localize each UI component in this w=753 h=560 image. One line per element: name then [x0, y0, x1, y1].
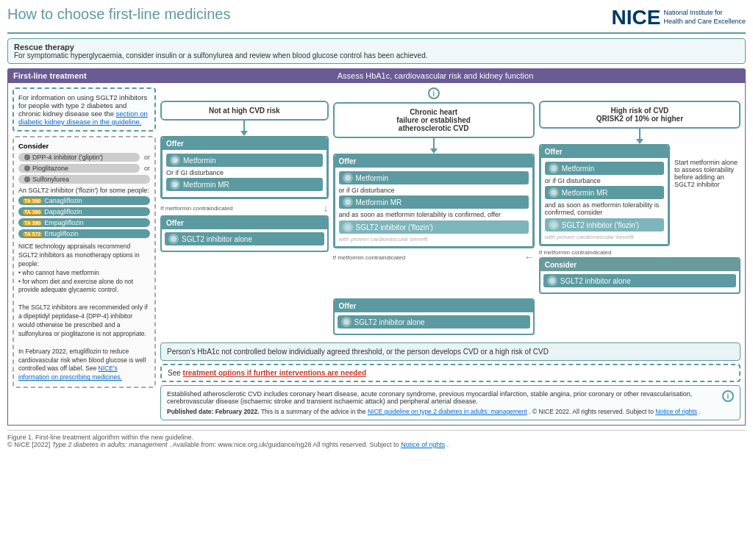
metformin-mr-icon-1: ↺ — [170, 179, 180, 190]
consider-box: Consider DPP-4 inhibitor ('gliptin') or … — [13, 136, 156, 388]
high-cvd-consider-box: Consider SGLT2 inhibitor alone — [539, 257, 740, 294]
high-cvd-arrow-down — [539, 129, 740, 144]
footer-italic: Type 2 diabetes in adults: management — [52, 441, 168, 448]
canagliflozin-pill: TA 390 Canagliflozin — [18, 196, 150, 205]
footer-copyright: © NICE [2022] — [7, 441, 52, 448]
svg-point-12 — [343, 319, 349, 325]
dapagliflozin-label: Dapagliflozin — [44, 208, 82, 215]
copyright-text: . © NICE 2022. All rights reserved. Subj… — [529, 408, 655, 415]
notice-link-footer[interactable]: Notice of rights — [401, 441, 445, 448]
dpp4-icon — [24, 154, 30, 160]
info-icon-bottom: i — [722, 390, 734, 402]
dapagliflozin-ta-badge: TA 390 — [23, 209, 42, 215]
high-cvd-metformin-mr-icon — [549, 187, 559, 198]
not-cvd-metformin-label: Metformin — [183, 157, 215, 165]
not-cvd-offer-body: ↺ Metformin Or if GI disturbance ↺ Metfo… — [162, 150, 327, 198]
chf-metformin-mr-label: Metformin MR — [356, 198, 402, 207]
not-cvd-metformin-row: ↺ Metformin — [166, 154, 323, 167]
svg-point-5 — [345, 175, 351, 181]
chf-and-text: and as soon as metformin tolerability is… — [339, 211, 529, 218]
sglt2-alone-row: Offer SGLT2 inhibitor alone — [160, 298, 740, 335]
high-cvd-box: High risk of CVD QRISK2 of 10% or higher — [539, 101, 740, 129]
chf-sglt2-alone-header: Offer — [335, 300, 533, 312]
rescue-title: Rescue therapy — [14, 43, 739, 51]
svg-point-9 — [551, 190, 557, 195]
sglt2-info-box: For information on using SGLT2 inhibitor… — [13, 87, 156, 132]
main-content: For information on using SGLT2 inhibitor… — [7, 83, 746, 426]
sulfonylurea-icon — [24, 176, 30, 182]
dapagliflozin-pill: TA 390 Dapagliflozin — [18, 207, 150, 216]
high-cvd-consider-header: Consider — [540, 259, 739, 271]
canagliflozin-label: Canagliflozin — [44, 197, 82, 204]
chf-sglt2-icon — [343, 222, 353, 232]
sulfonylurea-label: Sulfonylurea — [32, 176, 69, 183]
chf-sglt2-alone-drug-row: SGLT2 inhibitor alone — [338, 315, 530, 329]
chf-sglt2-alone-label: SGLT2 inhibitor alone — [354, 318, 425, 326]
canagliflozin-ta-badge: TA 390 — [23, 198, 42, 204]
chf-offer-body: Metformin or if GI disturbance Metformin… — [335, 168, 533, 247]
not-cvd-arrow-down — [160, 121, 329, 136]
see-treatment-row: See treatment options if further interve… — [160, 364, 740, 382]
nice-guideline-link[interactable]: NICE guideline on type 2 diabetes in adu… — [368, 408, 527, 415]
dpp4-item: DPP-4 inhibitor ('gliptin') or — [18, 153, 150, 162]
high-cvd-sglt2-row: SGLT2 inhibitor ('flozin') — [545, 218, 664, 231]
not-cvd-offer-box: Offer ↺ Metformin Or if GI disturbance — [160, 136, 329, 199]
high-cvd-and-text: and as soon as metformin tolerability is… — [545, 201, 664, 216]
high-cvd-sglt2-alone-row: SGLT2 inhibitor alone — [543, 274, 736, 287]
bullet2: for whom diet and exercise alone do not … — [18, 278, 133, 294]
sulfonylurea-item: Sulfonylurea — [18, 175, 150, 184]
chf-sglt2-alone-box: Offer SGLT2 inhibitor alone — [333, 298, 535, 335]
cvd-boxes-row: Not at high CVD risk Offer ↺ — [160, 87, 740, 294]
hba1c-text: Person's HbA1c not controlled below indi… — [167, 348, 549, 356]
nice-logo: NICE National Institute for Health and C… — [612, 6, 746, 29]
dpp4-or: or — [144, 154, 150, 161]
established-content: Established atherosclerotic CVD includes… — [167, 390, 734, 415]
chf-col: i Chronic heart failure or established a… — [333, 87, 535, 263]
footer-available: . Available from: www.nice.org.uk/guidan… — [169, 441, 401, 448]
consider-title: Consider — [18, 142, 150, 150]
not-cvd-sglt2-alone-box: Offer SGLT2 inhibitor alone — [160, 215, 329, 252]
high-cvd-sglt2-alone-label: SGLT2 inhibitor alone — [560, 277, 631, 285]
chf-gi-text: or if GI disturbance — [339, 187, 529, 194]
svg-point-8 — [551, 165, 557, 171]
chf-contra-row: If metformin contraindicated ← — [333, 251, 535, 263]
rescue-text: For symptomatic hyperglycaemia, consider… — [14, 51, 739, 60]
svg-point-4 — [171, 236, 176, 242]
svg-point-7 — [345, 224, 351, 230]
chf-sglt2-row: SGLT2 inhibitor ('flozin') — [339, 220, 529, 234]
high-cvd-sglt2-label: SGLT2 inhibitor ('flozin') — [562, 221, 639, 229]
established-text: Established atherosclerotic CVD includes… — [167, 390, 692, 405]
not-cvd-box: Not at high CVD risk — [160, 101, 329, 121]
metformin-icon-1: ↺ — [170, 155, 180, 165]
chf-label-1: Chronic heart — [410, 108, 457, 116]
high-cvd-offer-row: Offer Metformin or if GI disturbance — [539, 144, 740, 246]
chf-label-3: atherosclerotic CVD — [399, 124, 469, 132]
empagliflozin-label: Empagliflozin — [44, 219, 84, 226]
high-cvd-metformin-row: Metformin — [545, 162, 664, 175]
see-treatment-link[interactable]: treatment options if further interventio… — [183, 369, 366, 377]
not-cvd-sglt2-alone-label: SGLT2 inhibitor alone — [182, 235, 252, 243]
high-cvd-label-1: High risk of CVD — [610, 107, 668, 115]
dpp4-label: DPP-4 inhibitor ('gliptin') — [32, 154, 103, 161]
dpp4-pill: DPP-4 inhibitor ('gliptin') — [18, 153, 140, 162]
svg-point-6 — [345, 199, 351, 205]
note1-text: NICE technology appraisals recommend SGL… — [18, 243, 140, 268]
page-title: How to choose first-line medicines — [7, 6, 230, 23]
sglt2-text: An SGLT2 inhibitor ('flozin') for some p… — [18, 187, 150, 194]
ertugliflozin-pill: TA 572 Ertugliflozin — [18, 229, 150, 238]
high-cvd-metformin-mr-row: Metformin MR — [545, 186, 664, 199]
notice-link-1[interactable]: Notice of rights — [655, 408, 697, 415]
not-cvd-metformin-mr-row: ↺ Metformin MR — [166, 178, 323, 191]
not-cvd-contra-row: If metformin contraindicated ↓ — [160, 202, 329, 214]
figure-text: Figure 1. First-line treatment algorithm… — [7, 434, 746, 441]
ertugliflozin-label: Ertugliflozin — [44, 230, 79, 237]
info-icon-row: i — [333, 87, 535, 99]
copyright-footer: © NICE [2022] Type 2 diabetes in adults:… — [7, 441, 746, 448]
see-treatment-text: See — [168, 369, 183, 377]
high-cvd-col: High risk of CVD QRISK2 of 10% or higher… — [539, 87, 740, 294]
rescue-therapy-box: Rescue therapy For symptomatic hyperglyc… — [7, 38, 746, 64]
established-box: Established atherosclerotic CVD includes… — [160, 385, 740, 420]
high-cvd-metformin-mr-label: Metformin MR — [562, 189, 608, 197]
svg-text:↺: ↺ — [174, 183, 177, 187]
high-cvd-offer-box: Offer Metformin or if GI disturbance — [539, 144, 670, 246]
